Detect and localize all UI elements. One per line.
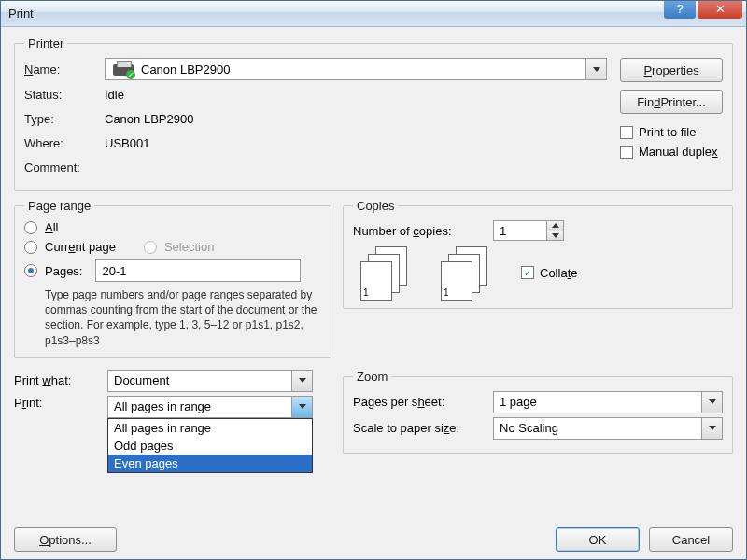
pages-input[interactable]: 20-1 <box>95 259 301 282</box>
page-range-group: Page range All Current page Selection <box>14 199 331 358</box>
zoom-group: Zoom Pages per sheet: 1 page Scale to pa… <box>343 370 733 454</box>
chevron-down-icon[interactable] <box>701 392 722 413</box>
titlebar: Print ? ✕ <box>1 1 746 27</box>
type-label: Type: <box>24 112 105 126</box>
collate-illustration: 321 321 ✓ Collate <box>360 246 723 299</box>
chevron-down-icon[interactable] <box>291 397 312 417</box>
close-button[interactable]: ✕ <box>698 0 742 19</box>
manual-duplex-checkbox[interactable]: Manual duplex <box>620 145 723 159</box>
print-option-all[interactable]: All pages in range <box>108 419 312 437</box>
help-button[interactable]: ? <box>664 0 696 19</box>
printer-legend: Printer <box>24 36 67 50</box>
type-value: Canon LBP2900 <box>105 112 193 126</box>
page-range-legend: Page range <box>24 199 94 213</box>
cancel-button[interactable]: Cancel <box>649 527 733 552</box>
chevron-down-icon[interactable] <box>291 371 312 391</box>
num-copies-label: Number of copies: <box>353 224 493 238</box>
status-value: Idle <box>105 88 124 102</box>
checkbox-icon <box>620 126 633 139</box>
print-what-label: Print what: <box>14 373 107 387</box>
collate-checkbox[interactable]: ✓ Collate <box>521 266 577 280</box>
print-dialog: Print ? ✕ Printer Name: ✓ Canon LBP2900 <box>0 0 747 560</box>
radio-icon <box>24 264 37 277</box>
zoom-legend: Zoom <box>353 370 391 384</box>
num-copies-input[interactable]: 1 <box>493 220 564 241</box>
ok-button[interactable]: OK <box>556 527 640 552</box>
pages-per-sheet-select[interactable]: 1 page <box>493 391 723 413</box>
printer-name-value: Canon LBP2900 <box>141 63 230 77</box>
copies-legend: Copies <box>353 199 398 213</box>
printer-icon: ✓ <box>113 61 134 77</box>
printer-name-select[interactable]: ✓ Canon LBP2900 <box>105 58 607 80</box>
page-range-hint: Type page numbers and/or page ranges sep… <box>24 287 321 348</box>
print-to-file-checkbox[interactable]: Print to file <box>620 125 723 139</box>
options-button[interactable]: Options... <box>14 527 117 552</box>
checkbox-icon <box>620 146 633 159</box>
range-pages-radio[interactable]: Pages: 20-1 <box>24 259 321 282</box>
scale-select[interactable]: No Scaling <box>493 417 723 440</box>
radio-icon <box>24 241 37 254</box>
properties-button[interactable]: Properties <box>620 58 723 82</box>
window-title: Print <box>8 7 34 21</box>
where-value: USB001 <box>105 136 149 150</box>
status-label: Status: <box>24 88 105 102</box>
copies-group: Copies Number of copies: 1 321 <box>343 199 733 309</box>
print-what-select[interactable]: Document <box>107 370 313 392</box>
window-controls: ? ✕ <box>662 4 742 24</box>
range-selection-radio: Selection <box>144 240 214 254</box>
scale-label: Scale to paper size: <box>353 421 493 435</box>
print-dropdown-list: All pages in range Odd pages Even pages <box>107 418 313 473</box>
comment-label: Comment: <box>24 161 105 175</box>
find-printer-button[interactable]: Find Printer... <box>620 90 723 114</box>
spinner-up[interactable] <box>546 221 563 231</box>
print-option-even[interactable]: Even pages <box>108 455 312 472</box>
range-all-radio[interactable]: All <box>24 220 321 234</box>
print-option-odd[interactable]: Odd pages <box>108 437 312 455</box>
checkbox-icon: ✓ <box>521 266 534 279</box>
spinner-down[interactable] <box>546 231 563 241</box>
print-select[interactable]: All pages in range <box>107 396 313 418</box>
where-label: Where: <box>24 136 105 150</box>
print-label: Print: <box>14 396 107 410</box>
printer-group: Printer Name: ✓ Canon LBP2900 <box>14 36 733 191</box>
radio-icon <box>144 241 157 254</box>
printer-name-label: Name: <box>24 63 105 77</box>
chevron-down-icon[interactable] <box>585 59 606 79</box>
pages-per-sheet-label: Pages per sheet: <box>353 395 493 409</box>
chevron-down-icon[interactable] <box>701 418 722 439</box>
range-current-radio[interactable]: Current page <box>24 240 116 254</box>
radio-icon <box>24 221 37 234</box>
